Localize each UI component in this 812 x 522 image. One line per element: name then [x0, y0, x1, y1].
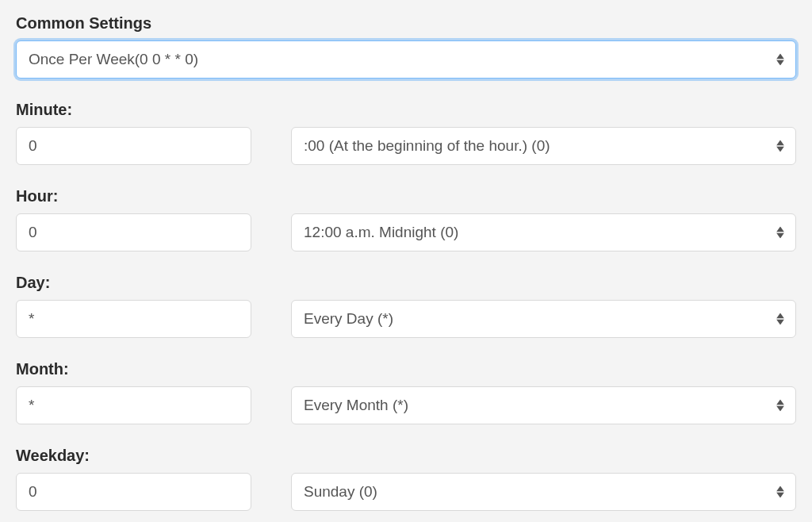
weekday-input[interactable] [16, 473, 251, 511]
hour-select-wrap: 12:00 a.m. Midnight (0) [291, 213, 796, 251]
minute-input[interactable] [16, 127, 251, 165]
day-input[interactable] [16, 300, 251, 338]
minute-group: Minute: :00 (At the beginning of the hou… [16, 101, 796, 165]
minute-label: Minute: [16, 101, 796, 119]
month-select-wrap: Every Month (*) [291, 386, 796, 424]
weekday-group: Weekday: Sunday (0) [16, 447, 796, 511]
hour-select-value: 12:00 a.m. Midnight (0) [304, 224, 458, 241]
weekday-select-wrap: Sunday (0) [291, 473, 796, 511]
hour-select[interactable]: 12:00 a.m. Midnight (0) [291, 213, 796, 251]
day-select[interactable]: Every Day (*) [291, 300, 796, 338]
common-settings-select-wrap: Once Per Week(0 0 * * 0) [16, 40, 796, 79]
month-input[interactable] [16, 386, 251, 424]
hour-group: Hour: 12:00 a.m. Midnight (0) [16, 187, 796, 251]
minute-select-wrap: :00 (At the beginning of the hour.) (0) [291, 127, 796, 165]
cron-settings-panel: Common Settings Once Per Week(0 0 * * 0)… [0, 0, 812, 522]
month-select-value: Every Month (*) [304, 397, 408, 414]
month-label: Month: [16, 360, 796, 378]
hour-input[interactable] [16, 213, 251, 251]
day-label: Day: [16, 274, 796, 292]
hour-label: Hour: [16, 187, 796, 205]
common-settings-select[interactable]: Once Per Week(0 0 * * 0) [16, 40, 796, 79]
day-select-wrap: Every Day (*) [291, 300, 796, 338]
month-group: Month: Every Month (*) [16, 360, 796, 424]
month-select[interactable]: Every Month (*) [291, 386, 796, 424]
minute-select-value: :00 (At the beginning of the hour.) (0) [304, 137, 550, 155]
day-group: Day: Every Day (*) [16, 274, 796, 338]
weekday-select-value: Sunday (0) [304, 483, 377, 501]
minute-select[interactable]: :00 (At the beginning of the hour.) (0) [291, 127, 796, 165]
common-settings-label: Common Settings [16, 14, 796, 33]
common-settings-selected: Once Per Week(0 0 * * 0) [29, 51, 198, 68]
weekday-label: Weekday: [16, 447, 796, 465]
day-select-value: Every Day (*) [304, 310, 393, 328]
weekday-select[interactable]: Sunday (0) [291, 473, 796, 511]
